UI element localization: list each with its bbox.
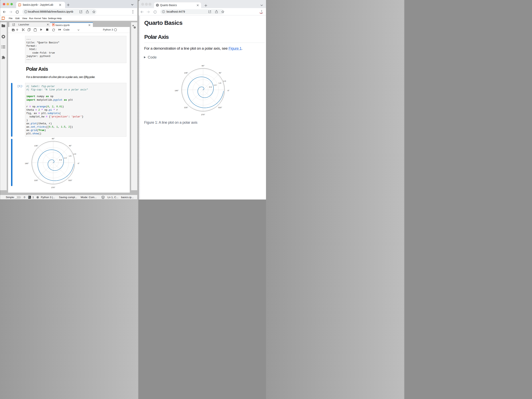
svg-text:1.5: 1.5 [218,82,221,84]
svg-text:270°: 270° [51,186,55,189]
svg-text:135°: 135° [34,145,38,147]
svg-text:90°: 90° [52,137,55,140]
svg-text:2.0: 2.0 [223,80,226,82]
svg-text:270°: 270° [201,113,205,115]
svg-text:225°: 225° [184,106,188,109]
svg-text:0°: 0° [78,162,79,165]
svg-text:90°: 90° [202,65,204,67]
svg-text:180°: 180° [25,162,29,165]
svg-text:135°: 135° [184,72,188,74]
svg-text:45°: 45° [69,145,72,147]
svg-text:2.0: 2.0 [73,153,76,155]
svg-text:0°: 0° [228,89,229,91]
svg-text:45°: 45° [218,72,222,74]
svg-text:0.5: 0.5 [59,159,62,161]
svg-text:225°: 225° [34,179,38,181]
svg-text:315°: 315° [68,179,72,181]
svg-text:1.0: 1.0 [64,157,67,159]
svg-text:1.5: 1.5 [69,155,71,157]
svg-text:315°: 315° [218,106,222,109]
svg-text:180°: 180° [175,89,178,91]
svg-text:0.5: 0.5 [209,86,212,88]
svg-text:1.0: 1.0 [214,84,216,86]
